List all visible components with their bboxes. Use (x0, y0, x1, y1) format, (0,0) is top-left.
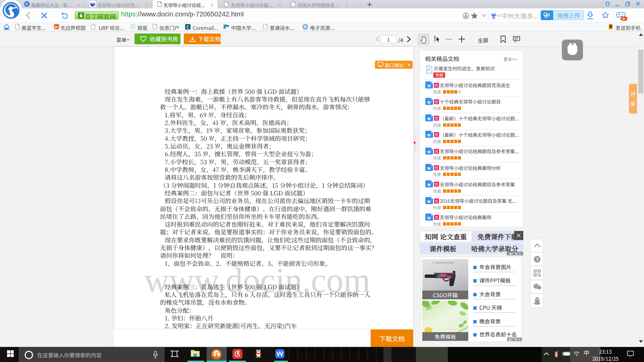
svg-text:w: w (427, 82, 431, 88)
svg-text:w: w (427, 115, 431, 121)
svg-text:w: w (427, 165, 431, 171)
svg-text:du: du (492, 16, 495, 19)
svg-text:K: K (25, 1, 28, 6)
svg-text:w: w (427, 181, 431, 187)
svg-text:w: w (427, 214, 431, 221)
svg-text:w: w (427, 198, 431, 204)
svg-text:w: w (427, 99, 431, 105)
svg-text:w: w (427, 148, 431, 155)
svg-text:w: w (427, 131, 431, 138)
svg-text:?: ? (536, 256, 539, 262)
